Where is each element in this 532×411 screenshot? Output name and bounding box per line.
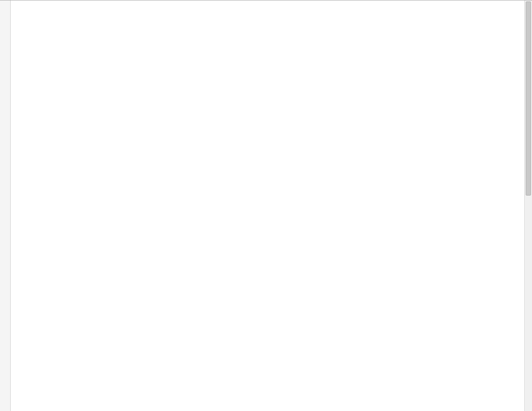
scrollbar-thumb[interactable] [526,1,531,196]
code-editor[interactable] [0,0,532,411]
line-number-gutter [0,0,11,411]
vertical-scrollbar[interactable] [524,0,532,411]
code-area[interactable] [11,0,532,411]
